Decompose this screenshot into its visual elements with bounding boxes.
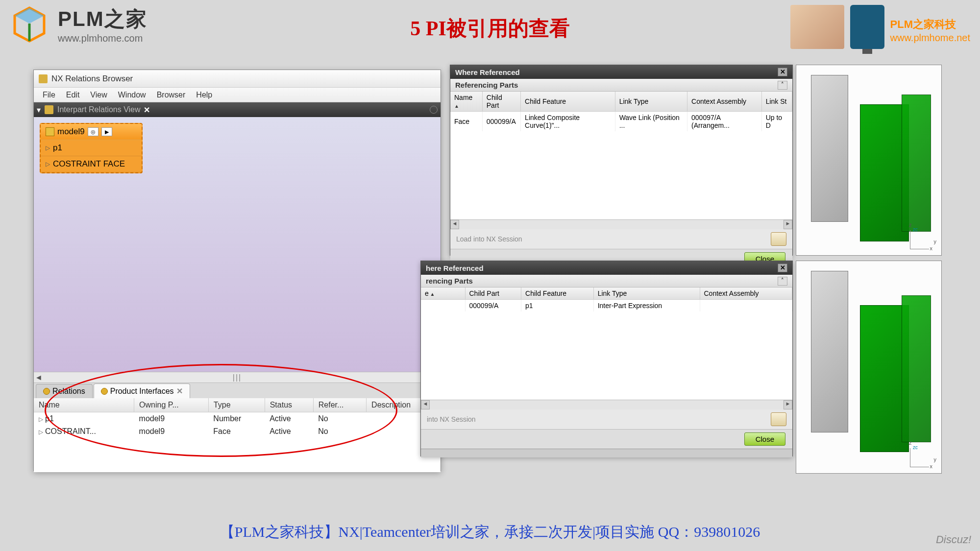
part-icon — [46, 127, 54, 136]
toolbar-close-icon[interactable]: ✕ — [144, 105, 150, 115]
tree-body: model9 ◎ ▶ ▷p1 ▷COSTRAINT FACE — [34, 117, 441, 372]
col-status[interactable]: Status — [265, 398, 313, 412]
right-logo-title: PLM之家科技 — [890, 10, 970, 32]
handshake-image — [790, 5, 844, 49]
table-empty-area — [450, 131, 792, 219]
table-empty-area — [421, 311, 792, 400]
toolbar-label: Interpart Relations View — [57, 105, 141, 114]
table-row[interactable]: 000099/A p1 Inter-Part Expression — [421, 300, 792, 312]
close-icon[interactable]: ✕ — [778, 264, 787, 272]
col-name[interactable]: Name — [450, 92, 482, 112]
tree-item-constraint[interactable]: ▷COSTRAINT FACE — [41, 156, 142, 172]
panel1-titlebar[interactable]: Where Referenced ✕ — [450, 65, 792, 79]
green-block-2 — [902, 295, 931, 442]
pi-icon — [101, 388, 108, 395]
toolbar-right-icon[interactable] — [430, 106, 438, 114]
3d-viewport-2[interactable]: zzcyx — [796, 261, 942, 474]
col-childpart[interactable]: Child Part — [482, 92, 520, 112]
toolbar-icon — [45, 105, 53, 114]
axis-triad-icon: zzcyx — [910, 224, 935, 249]
tree-btn-2[interactable]: ▶ — [101, 127, 112, 136]
footer-text: 【PLM之家科技】NX|Teamcenter培训之家，承接二次开发|项目实施 Q… — [0, 522, 980, 542]
table-row[interactable]: ▷p1 model9 Number Active No — [34, 412, 441, 426]
menu-help[interactable]: Help — [191, 90, 217, 100]
menu-edit[interactable]: Edit — [61, 90, 85, 100]
tab-relations[interactable]: Relations — [36, 384, 93, 398]
close-button[interactable]: Close — [744, 432, 785, 446]
h-scrollbar[interactable]: ◄► — [450, 219, 792, 229]
folder-icon[interactable] — [771, 412, 786, 426]
tree-btn-1[interactable]: ◎ — [88, 127, 98, 136]
col-linkst[interactable]: Link St — [761, 92, 792, 112]
tab-product-interfaces[interactable]: Product Interfaces✕ — [94, 383, 190, 398]
header-right-logo: PLM之家科技 www.plmhome.net — [790, 5, 970, 49]
col-context[interactable]: Context Assembly — [700, 287, 792, 300]
col-name[interactable]: Name — [34, 398, 134, 412]
col-linktype[interactable]: Link Type — [615, 92, 687, 112]
table-row[interactable]: ▷COSTRAINT... model9 Face Active No — [34, 425, 441, 438]
load-label: Load into NX Session — [456, 235, 522, 243]
col-childfeat[interactable]: Child Feature — [521, 92, 615, 112]
close-icon[interactable]: ✕ — [778, 68, 787, 76]
h-scrollbar[interactable]: ◄► — [421, 400, 792, 409]
col-refer[interactable]: Refer... — [313, 398, 366, 412]
logo-url: www.plmhome.com — [58, 33, 147, 44]
panel1-section[interactable]: Referencing Parts˄ — [450, 79, 792, 92]
load-session-row: Load into NX Session — [450, 229, 792, 249]
header-left-logo: PLM之家 www.plmhome.com — [10, 5, 147, 44]
slide-title: 5 PI被引用的查看 — [410, 15, 570, 42]
col-context[interactable]: Context Assembly — [687, 92, 762, 112]
chevron-up-icon[interactable]: ˄ — [778, 277, 787, 286]
3d-viewport-1[interactable]: zzcyx — [796, 65, 942, 256]
menu-browser[interactable]: Browser — [152, 90, 191, 100]
col-childfeat[interactable]: Child Feature — [521, 287, 594, 300]
panel2-titlebar[interactable]: here Referenced ✕ — [421, 261, 792, 275]
app-icon — [39, 74, 48, 83]
bottom-tabs: Relations Product Interfaces✕ — [34, 383, 441, 398]
menu-window[interactable]: Window — [113, 90, 151, 100]
interpart-toolbar: ▾ Interpart Relations View ✕ — [34, 102, 441, 117]
where-referenced-panel-1: Where Referenced ✕ Referencing Parts˄ Na… — [450, 65, 793, 256]
panel2-section[interactable]: rencing Parts˄ — [421, 275, 792, 287]
col-name[interactable]: e — [421, 287, 465, 300]
watermark: Discuz! — [936, 533, 971, 546]
nx-relations-browser-window: NX Relations Browser File Edit View Wind… — [33, 70, 441, 471]
load-label: into NX Session — [427, 415, 476, 423]
gray-block — [811, 271, 848, 432]
chevron-up-icon[interactable]: ˄ — [778, 81, 787, 90]
link-icon — [43, 388, 50, 395]
menubar: File Edit View Window Browser Help — [34, 88, 441, 102]
svg-marker-1 — [15, 8, 44, 24]
tree-item-p1[interactable]: ▷p1 — [41, 140, 142, 156]
tree-root[interactable]: model9 ◎ ▶ — [41, 124, 142, 140]
pi-table: Name Owning P... Type Status Refer... De… — [34, 398, 441, 472]
close-icon[interactable]: ✕ — [176, 386, 183, 396]
folder-icon[interactable] — [771, 232, 786, 246]
col-owning[interactable]: Owning P... — [134, 398, 209, 412]
monitor-icon — [850, 5, 884, 49]
menu-file[interactable]: File — [38, 90, 60, 100]
window-title: NX Relations Browser — [51, 74, 133, 84]
h-scrollbar[interactable]: ◄|||► — [34, 372, 441, 383]
table-row[interactable]: Face 000099/A Linked Composite Curve(1)"… — [450, 112, 792, 132]
right-logo-url: www.plmhome.net — [890, 32, 970, 44]
window-titlebar[interactable]: NX Relations Browser — [34, 70, 441, 88]
green-block-2 — [902, 95, 931, 232]
interpart-tree: model9 ◎ ▶ ▷p1 ▷COSTRAINT FACE — [40, 123, 143, 173]
col-childpart[interactable]: Child Part — [465, 287, 521, 300]
axis-triad-icon: zzcyx — [910, 442, 935, 467]
col-linktype[interactable]: Link Type — [593, 287, 700, 300]
col-type[interactable]: Type — [208, 398, 265, 412]
load-session-row: into NX Session — [421, 409, 792, 429]
where-referenced-panel-2: here Referenced ✕ rencing Parts˄ e Child… — [420, 261, 793, 456]
gray-block — [811, 75, 848, 222]
menu-view[interactable]: View — [85, 90, 112, 100]
logo-cube-icon — [10, 5, 49, 44]
logo-title: PLM之家 — [58, 5, 147, 33]
